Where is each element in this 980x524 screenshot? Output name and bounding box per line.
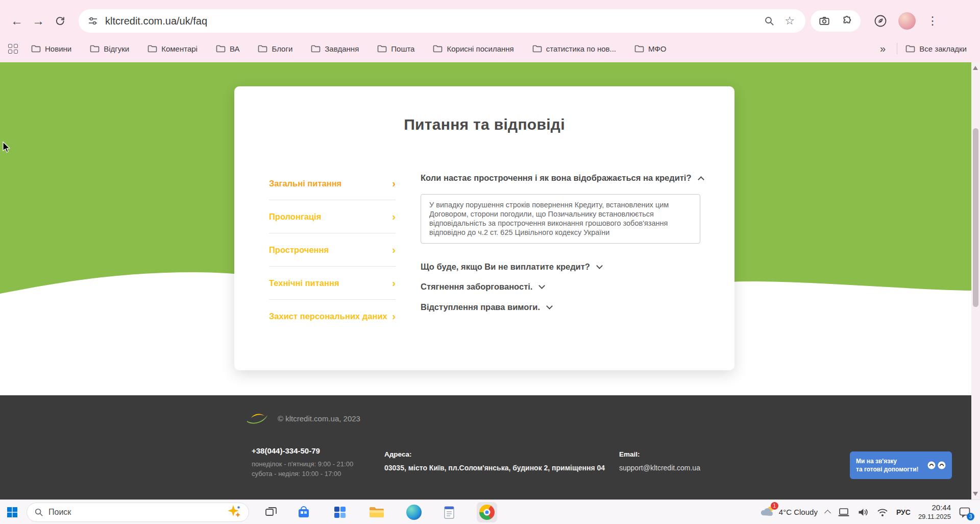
- extensions-icon[interactable]: [840, 14, 853, 28]
- menu-item-prolongation[interactable]: Пролонгація ›: [269, 200, 396, 233]
- bookmark-item-statystyka[interactable]: статистика по нов...: [532, 44, 616, 53]
- store-app-button[interactable]: [296, 505, 311, 520]
- bookmarks-overflow-button[interactable]: »: [877, 43, 889, 55]
- site-logo: [244, 411, 271, 426]
- faq-question-4[interactable]: Відступлення права вимоги.: [421, 302, 704, 312]
- chevron-down-icon: [546, 303, 553, 309]
- forward-icon: →: [32, 14, 44, 28]
- chevron-right-icon: ›: [392, 244, 396, 256]
- clock-widget[interactable]: 20:44 29.11.2025: [918, 503, 951, 521]
- folder-icon: [311, 45, 321, 53]
- working-hours-weekdays: понеділок - п'ятниця: 9:00 - 21:00: [252, 460, 353, 469]
- faq-question-text: Відступлення права вимоги.: [421, 302, 540, 312]
- menu-item-label: Загальні питання: [269, 179, 341, 188]
- notepad-icon: [443, 505, 455, 519]
- bookmark-item-va[interactable]: ВА: [216, 44, 240, 53]
- faq-question-1[interactable]: Коли настає прострочення і як вона відоб…: [421, 173, 704, 183]
- bookmark-item-korysni[interactable]: Корисні посилання: [433, 44, 513, 53]
- tune-icon[interactable]: [88, 16, 98, 26]
- camera-icon[interactable]: [818, 14, 831, 28]
- file-explorer-button[interactable]: [369, 505, 385, 519]
- taskbar-apps: [296, 502, 497, 522]
- bookmark-item-blohy[interactable]: Блоги: [258, 44, 292, 53]
- bookmark-star-icon[interactable]: ☆: [783, 14, 796, 28]
- email-value[interactable]: support@kltcredit.com.ua: [619, 464, 700, 472]
- chevron-up-icon: [698, 176, 704, 183]
- page-scrollbar[interactable]: [971, 62, 980, 499]
- weather-widget[interactable]: 1 4°C Cloudy: [760, 505, 818, 519]
- task-view-icon: [264, 506, 278, 519]
- performance-icon[interactable]: [874, 14, 887, 28]
- browser-menu-button[interactable]: ⋮: [925, 14, 940, 28]
- menu-item-technical[interactable]: Технічні питання ›: [269, 267, 396, 300]
- faq-question-3[interactable]: Стягнення заборгованості.: [421, 282, 704, 292]
- chrome-icon: [479, 505, 495, 520]
- address-value: 03035, місто Київ, пл.Солом'янська, буди…: [384, 464, 605, 472]
- url-text[interactable]: kltcredit.com.ua/uk/faq: [105, 15, 207, 27]
- taskbar-search-input[interactable]: Поиск: [27, 503, 249, 522]
- search-highlights-icon[interactable]: [226, 504, 241, 520]
- bookmark-item-mfo[interactable]: МФО: [634, 44, 666, 53]
- url-bar[interactable]: kltcredit.com.ua/uk/faq ☆: [79, 9, 805, 33]
- grid-app-icon: [333, 505, 347, 519]
- chevron-right-icon: ›: [392, 311, 396, 322]
- folder-icon: [532, 45, 542, 53]
- chrome-app-button-active[interactable]: [477, 502, 497, 522]
- menu-item-label: Прострочення: [269, 245, 329, 255]
- folder-icon: [433, 45, 443, 53]
- task-view-button[interactable]: [264, 506, 278, 519]
- faq-list: Коли настає прострочення і як вона відоб…: [421, 168, 704, 312]
- page-title: Питання та відповіді: [234, 116, 734, 133]
- zoom-icon[interactable]: [763, 14, 776, 28]
- folder-icon: [31, 45, 41, 53]
- bookmark-label: Блоги: [272, 44, 292, 53]
- menu-item-overdue[interactable]: Прострочення ›: [269, 233, 396, 267]
- address-label: Адреса:: [384, 450, 605, 458]
- edge-icon: [406, 505, 422, 520]
- start-button[interactable]: [6, 506, 18, 518]
- bookmark-label: МФО: [648, 44, 666, 53]
- bookmark-label: ВА: [230, 44, 240, 53]
- chat-widget[interactable]: Ми на зв'язку та готові допомогти!: [850, 451, 952, 479]
- menu-item-personal-data[interactable]: Захист персональних даних ›: [269, 300, 396, 333]
- scrollbar-up-arrow[interactable]: [973, 66, 978, 70]
- menu-item-general[interactable]: Загальні питання ›: [269, 167, 396, 200]
- avatar[interactable]: [898, 12, 916, 30]
- footer-email-block: Email: support@kltcredit.com.ua: [619, 450, 700, 472]
- faq-question-text: Стягнення заборгованості.: [421, 282, 532, 292]
- scrollbar-down-arrow[interactable]: [973, 492, 978, 496]
- notepad-app-button[interactable]: [443, 505, 455, 519]
- edge-app-button[interactable]: [406, 505, 422, 520]
- apps-grid-icon[interactable]: [8, 44, 18, 54]
- bookmark-item-novyny[interactable]: Новини: [31, 44, 71, 53]
- grid-app-button[interactable]: [333, 505, 347, 519]
- bookmark-item-komentari[interactable]: Коментарі: [148, 44, 198, 53]
- bookmark-item-poshta[interactable]: Пошта: [377, 44, 414, 53]
- back-button[interactable]: ←: [6, 10, 28, 32]
- hidden-icons-chevron[interactable]: [824, 510, 831, 516]
- footer-phone-block: +38(044)-334-50-79 понеділок - п'ятниця:…: [252, 446, 353, 479]
- bookmark-item-zavdannia[interactable]: Завдання: [311, 44, 359, 53]
- menu-item-label: Захист персональних даних: [269, 312, 387, 321]
- folder-icon: [377, 45, 387, 53]
- faq-question-text: Коли настає прострочення і як вона відоб…: [421, 173, 692, 183]
- language-indicator[interactable]: РУС: [896, 508, 911, 516]
- forward-button[interactable]: →: [28, 10, 49, 32]
- all-bookmarks-button[interactable]: Все закладки: [905, 44, 967, 53]
- notification-badge: 3: [967, 513, 974, 520]
- reload-button[interactable]: [49, 10, 70, 32]
- faq-question-2[interactable]: Що буде, якщо Ви не виплатите кредит?: [421, 262, 704, 272]
- browser-chrome: ← → kltcredit.com.ua/uk/faq: [0, 0, 980, 62]
- store-icon: [296, 505, 311, 520]
- volume-icon[interactable]: [857, 507, 869, 517]
- chevron-down-icon: [596, 263, 603, 269]
- windows-logo-icon: [6, 506, 18, 518]
- notification-center-button[interactable]: 3: [959, 507, 971, 518]
- page-viewport: Питання та відповіді Загальні питання › …: [0, 62, 980, 499]
- chevron-right-icon: ›: [392, 211, 396, 223]
- device-icon[interactable]: [838, 507, 850, 517]
- network-icon[interactable]: [876, 507, 889, 517]
- bookmark-item-vidhuky[interactable]: Відгуки: [90, 44, 129, 53]
- menu-item-label: Технічні питання: [269, 278, 339, 288]
- scrollbar-thumb[interactable]: [973, 128, 978, 307]
